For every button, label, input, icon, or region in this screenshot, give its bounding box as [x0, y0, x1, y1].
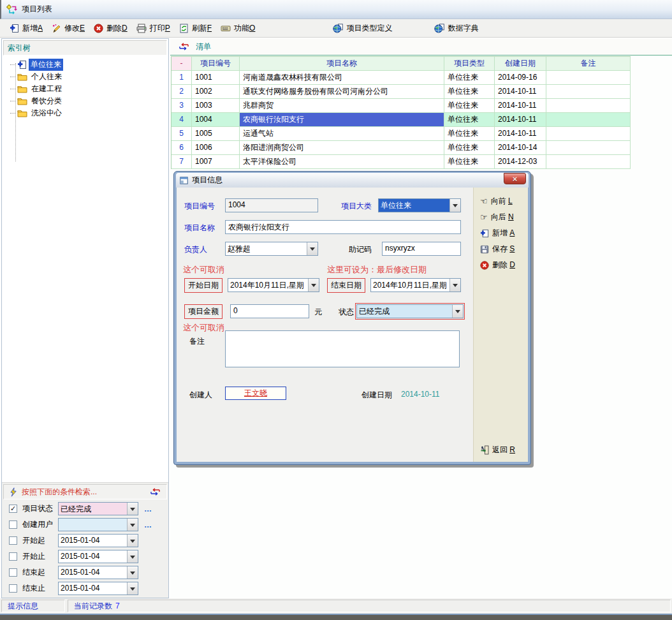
- save-icon: [480, 245, 489, 254]
- edit-button[interactable]: 修改E: [47, 21, 89, 36]
- start-to-combo[interactable]: 2015-01-04: [58, 550, 138, 563]
- dialog-body: 项目编号 1004 项目大类 单位往来 项目名称 农商银行汝阳支行 负责人 赵雅…: [177, 188, 528, 462]
- creator-label: 创建人: [189, 390, 212, 401]
- dialog-side-panel: ☜ 向前 L ☞ 向后 N 新增 A: [473, 188, 528, 462]
- dialog-delete-button[interactable]: 删除 D: [474, 257, 528, 273]
- note-textarea[interactable]: [225, 330, 460, 367]
- filter-row-start-to: 开始止 2015-01-04: [2, 549, 168, 565]
- filter-row-end-to: 结束止 2015-01-04: [2, 580, 168, 596]
- create-user-more-button[interactable]: …: [144, 520, 152, 529]
- create-user-checkbox[interactable]: [9, 520, 17, 529]
- record-count-value: 7: [115, 602, 120, 610]
- function-icon: [221, 24, 231, 33]
- table-row[interactable]: 2 1002 通联支付网络服务股份有限公司河南分公司 单位往来 2014-10-…: [172, 85, 631, 99]
- tree-item-projects-in-progress[interactable]: 在建工程: [2, 83, 168, 95]
- dialog-add-button[interactable]: 新增 A: [474, 225, 528, 241]
- delete-button[interactable]: 删除D: [89, 21, 132, 36]
- form-icon: [180, 177, 188, 184]
- refresh-button[interactable]: 刷新F: [175, 21, 216, 36]
- create-user-combo[interactable]: [58, 518, 138, 531]
- function-button[interactable]: 功能O: [216, 21, 259, 36]
- edit-icon: [52, 24, 61, 33]
- mnemonic-label: 助记码: [349, 244, 372, 255]
- chevron-down-icon[interactable]: [127, 519, 138, 531]
- project-status-checkbox[interactable]: ✓: [9, 505, 17, 513]
- project-status-more-button[interactable]: …: [144, 505, 152, 513]
- prev-button[interactable]: ☜ 向前 L: [474, 193, 528, 209]
- folder-icon: [17, 109, 27, 117]
- chevron-down-icon[interactable]: [449, 199, 460, 212]
- status-hint: 提示信息: [1, 600, 65, 612]
- code-input[interactable]: 1004: [225, 198, 318, 212]
- next-button[interactable]: ☞ 向后 N: [474, 209, 528, 225]
- chevron-down-icon[interactable]: [452, 305, 463, 318]
- dialog-titlebar[interactable]: 项目信息: [176, 173, 529, 188]
- start-to-checkbox[interactable]: [9, 552, 17, 561]
- chevron-down-icon[interactable]: [127, 503, 138, 515]
- tree-header: 索引树: [3, 40, 167, 55]
- data-dictionary-button[interactable]: 数据字典: [430, 21, 483, 36]
- tree-item-catering-category[interactable]: 餐饮分类: [2, 95, 168, 107]
- exit-door-icon: [480, 445, 489, 455]
- tree-item-bath-center[interactable]: 洗浴中心: [2, 107, 168, 119]
- start-date-combo[interactable]: 2014年10月11日,星期: [228, 278, 319, 292]
- project-type-define-button[interactable]: 项目类型定义: [328, 21, 397, 36]
- table-row[interactable]: 6 1006 洛阳进润商贸公司 单位往来 2014-10-14: [172, 141, 631, 155]
- annotation-cancelable-2: 这个可取消: [183, 322, 224, 334]
- return-button[interactable]: 返回 R: [480, 445, 515, 455]
- swap-icon[interactable]: [149, 488, 161, 496]
- dialog-title: 项目信息: [192, 175, 223, 186]
- amount-input[interactable]: 0: [230, 304, 309, 318]
- chevron-down-icon[interactable]: [127, 566, 138, 579]
- chevron-down-icon[interactable]: [449, 279, 460, 292]
- start-from-checkbox[interactable]: [9, 536, 17, 545]
- tree-item-unit-contacts[interactable]: 单位往来: [2, 59, 168, 71]
- window-title: 项目列表: [22, 4, 52, 15]
- print-button[interactable]: 打印P: [132, 21, 175, 36]
- name-input[interactable]: 农商银行汝阳支行: [225, 220, 461, 234]
- chevron-down-icon[interactable]: [127, 535, 138, 547]
- selected-cell: 农商银行汝阳支行: [240, 113, 444, 127]
- delete-icon: [94, 24, 103, 33]
- status-bar: 提示信息 当前记录数 7: [0, 598, 672, 614]
- start-date-label: 开始日期: [184, 278, 223, 293]
- chevron-down-icon[interactable]: [127, 582, 138, 594]
- add-button[interactable]: 新增A: [5, 21, 47, 36]
- table-row[interactable]: 3 1003 兆群商贸 单位往来 2014-10-11: [172, 99, 631, 113]
- save-button[interactable]: 保存 S: [474, 241, 528, 257]
- category-label: 项目大类: [341, 201, 372, 212]
- filter-row-end-from: 结束起 2015-01-04: [2, 565, 168, 580]
- close-icon: ×: [513, 175, 518, 183]
- end-to-checkbox[interactable]: [9, 584, 17, 593]
- filter-row-project-status: ✓ 项目状态 已经完成 …: [2, 501, 168, 517]
- annotation-modify-date: 这里可设为：最后修改日期: [327, 264, 427, 276]
- table-row[interactable]: 7 1007 太平洋保险公司 单位往来 2014-12-03: [172, 155, 631, 169]
- chevron-down-icon[interactable]: [127, 550, 138, 563]
- end-to-combo[interactable]: 2015-01-04: [58, 582, 138, 595]
- folder-icon: [17, 97, 27, 105]
- table-row[interactable]: 1 1001 河南道晟鑫农林科技有限公司 单位往来 2014-09-16: [172, 71, 631, 85]
- close-button[interactable]: ×: [504, 173, 526, 184]
- project-grid: - 项目编号 项目名称 项目类型 创建日期 备注 1 1001 河南道晟鑫农林科…: [171, 56, 631, 169]
- end-date-combo[interactable]: 2014年10月11日,星期: [370, 278, 461, 292]
- swap-icon[interactable]: [178, 43, 190, 50]
- owner-label: 负责人: [184, 244, 207, 255]
- chevron-down-icon[interactable]: [307, 242, 318, 255]
- start-from-combo[interactable]: 2015-01-04: [58, 534, 138, 547]
- filter-header: 按照下面的条件检索...: [3, 484, 167, 499]
- status-combo-highlight-box: 已经完成: [355, 303, 465, 320]
- category-combo[interactable]: 单位往来: [378, 198, 461, 212]
- end-from-checkbox[interactable]: [9, 568, 17, 577]
- end-from-combo[interactable]: 2015-01-04: [58, 566, 138, 579]
- creator-box: 王文晓: [225, 387, 286, 400]
- table-row[interactable]: 5 1005 运通气站 单位往来 2014-10-11: [172, 127, 631, 141]
- name-label: 项目名称: [184, 223, 215, 233]
- chevron-down-icon[interactable]: [308, 279, 319, 292]
- project-status-combo[interactable]: 已经完成: [58, 502, 138, 515]
- owner-combo[interactable]: 赵雅超: [225, 242, 318, 256]
- status-combo[interactable]: 已经完成: [356, 304, 464, 318]
- tree-item-personal-contacts[interactable]: 个人往来: [2, 71, 168, 83]
- amount-unit-label: 元: [314, 307, 322, 318]
- table-row-selected[interactable]: 4 1004 农商银行汝阳支行 单位往来 2014-10-11: [172, 113, 631, 127]
- mnemonic-input[interactable]: nsyxryzx: [382, 242, 461, 256]
